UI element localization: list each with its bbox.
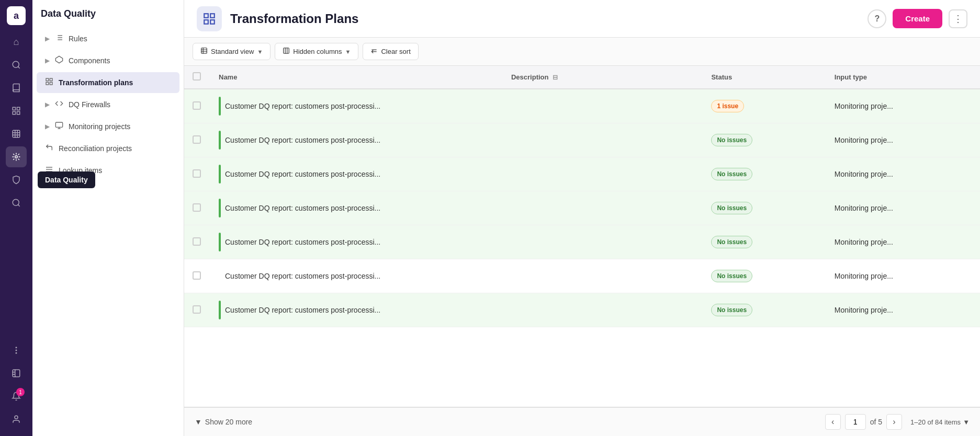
svg-rect-5 <box>17 112 20 114</box>
dashboard-icon[interactable] <box>6 363 27 384</box>
standard-view-button[interactable]: Standard view ▼ <box>193 43 271 60</box>
standard-view-label: Standard view <box>211 48 254 55</box>
svg-rect-33 <box>210 14 215 18</box>
sidebar-item-label-rules: Rules <box>69 35 87 43</box>
hidden-columns-button[interactable]: Hidden columns ▼ <box>275 43 358 60</box>
table-container[interactable]: Name Description ⊟ Status Input type <box>184 66 980 407</box>
svg-point-14 <box>15 416 18 419</box>
table-row-name[interactable]: Customer DQ report: customers post-proce… <box>210 89 503 123</box>
profile-icon[interactable] <box>6 409 27 430</box>
table-row-name[interactable]: Customer DQ report: customers post-proce… <box>210 293 503 327</box>
table-row-name[interactable]: Customer DQ report: customers post-proce… <box>210 225 503 259</box>
search2-icon[interactable] <box>6 192 27 213</box>
sidebar-item-label-transformation: Transformation plans <box>59 78 133 87</box>
show-more-button[interactable]: ▼ Show 20 more <box>195 418 252 426</box>
chevron-right-icon: ▶ <box>45 123 50 130</box>
row-indicator <box>219 97 221 116</box>
table-row-input-type: Monitoring proje... <box>826 89 980 123</box>
svg-rect-26 <box>55 122 62 127</box>
sidebar-item-components[interactable]: ▶ Components <box>37 50 179 71</box>
components-icon <box>55 55 63 66</box>
chevron-right-icon: ▶ <box>45 57 50 64</box>
next-page-button[interactable]: › <box>886 414 902 430</box>
help-button[interactable]: ? <box>868 9 886 28</box>
more-options-button[interactable]: ⋮ <box>949 9 967 28</box>
row-indicator <box>219 301 221 319</box>
svg-point-12 <box>16 353 17 354</box>
table-row-description <box>503 293 703 327</box>
sidebar-item-reconciliation[interactable]: Reconciliation projects <box>37 138 179 159</box>
row-indicator <box>219 233 221 251</box>
row-name-text: Customer DQ report: customers post-proce… <box>225 136 380 144</box>
row-checkbox[interactable] <box>193 305 201 314</box>
table-row-description <box>503 123 703 157</box>
show-more-label: Show 20 more <box>205 418 252 426</box>
search-icon[interactable] <box>6 54 27 75</box>
table-row-name[interactable]: Customer DQ report: customers post-proce… <box>210 259 503 293</box>
select-all-checkbox[interactable] <box>193 72 201 81</box>
chevron-right-icon: ▶ <box>45 35 50 42</box>
sidebar-tooltip: Data Quality <box>38 171 95 188</box>
hidden-columns-label: Hidden columns <box>293 48 342 55</box>
table-row-description <box>503 225 703 259</box>
table-row-input-type: Monitoring proje... <box>826 259 980 293</box>
row-checkbox[interactable] <box>193 169 201 178</box>
view-icon <box>200 47 208 56</box>
svg-rect-4 <box>13 112 15 114</box>
chart-icon[interactable] <box>6 123 27 144</box>
sidebar-item-dq-firewalls[interactable]: ▶ DQ Firewalls <box>37 94 179 115</box>
chevron-down-icon: ▼ <box>195 418 202 426</box>
row-indicator <box>219 131 221 150</box>
svg-rect-37 <box>284 48 289 54</box>
status-badge: No issues <box>711 236 752 248</box>
row-name-text: Customer DQ report: customers post-proce… <box>225 170 380 178</box>
transformation-plans-table: Name Description ⊟ Status Input type <box>184 66 980 327</box>
filter-icon[interactable]: ⊟ <box>553 74 558 81</box>
table-row-status: No issues <box>703 225 826 259</box>
dots-menu-icon[interactable] <box>6 340 27 361</box>
row-checkbox[interactable] <box>193 203 201 212</box>
sidebar-item-monitoring[interactable]: ▶ Monitoring projects <box>37 116 179 137</box>
shield-icon[interactable] <box>6 169 27 190</box>
sidebar-item-label-firewalls: DQ Firewalls <box>69 100 110 109</box>
table-header-row: Name Description ⊟ Status Input type <box>184 66 980 89</box>
data-quality-icon[interactable] <box>6 146 27 167</box>
row-checkbox[interactable] <box>193 237 201 246</box>
sidebar-item-transformation-plans[interactable]: Transformation plans <box>37 72 179 93</box>
sidebar-item-rules[interactable]: ▶ Rules <box>37 28 179 49</box>
create-button[interactable]: Create <box>893 9 942 28</box>
row-checkbox-cell <box>184 89 210 123</box>
name-column-header: Name <box>210 66 503 89</box>
book-icon[interactable] <box>6 77 27 98</box>
row-checkbox-cell <box>184 225 210 259</box>
row-checkbox-cell <box>184 293 210 327</box>
sidebar-item-label-reconciliation: Reconciliation projects <box>59 144 132 153</box>
table-row-name[interactable]: Customer DQ report: customers post-proce… <box>210 191 503 225</box>
current-page-input[interactable] <box>845 414 866 430</box>
page-icon <box>197 6 222 31</box>
input-type-column-header: Input type <box>826 66 980 89</box>
svg-rect-25 <box>50 82 52 85</box>
row-name-text: Customer DQ report: customers post-proce… <box>225 306 380 314</box>
row-checkbox[interactable] <box>193 101 201 110</box>
table-row-status: No issues <box>703 157 826 191</box>
grid-icon[interactable] <box>6 100 27 121</box>
prev-page-button[interactable]: ‹ <box>825 414 841 430</box>
table-row-input-type: Monitoring proje... <box>826 123 980 157</box>
status-badge: No issues <box>711 270 752 282</box>
transformation-icon <box>45 77 53 88</box>
row-checkbox[interactable] <box>193 135 201 144</box>
table-row-name[interactable]: Customer DQ report: customers post-proce… <box>210 157 503 191</box>
row-checkbox[interactable] <box>193 271 201 280</box>
rules-icon <box>55 33 63 44</box>
svg-rect-2 <box>13 107 15 110</box>
row-checkbox-cell <box>184 123 210 157</box>
status-column-header: Status <box>703 66 826 89</box>
select-all-header[interactable] <box>184 66 210 89</box>
table-row-name[interactable]: Customer DQ report: customers post-proce… <box>210 123 503 157</box>
home-icon[interactable]: ⌂ <box>6 31 27 52</box>
clear-sort-button[interactable]: Clear sort <box>363 43 418 60</box>
app-logo: a <box>7 6 26 25</box>
bell-icon[interactable]: 1 <box>6 386 27 407</box>
table-row-input-type: Monitoring proje... <box>826 157 980 191</box>
